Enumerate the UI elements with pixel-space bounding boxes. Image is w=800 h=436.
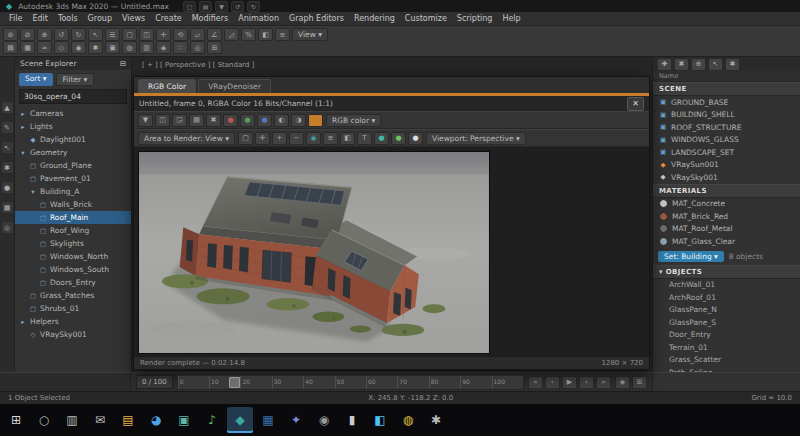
select-object-icon[interactable]: ↖	[88, 28, 103, 41]
object-row[interactable]: Terrain_01	[653, 341, 800, 354]
material-row[interactable]: MAT_Glass_Clear	[653, 235, 800, 248]
mail-icon[interactable]: ✉	[87, 407, 113, 433]
save-image-icon[interactable]: ▼	[138, 114, 153, 127]
material-editor-icon[interactable]: ◉	[71, 41, 86, 54]
search-icon[interactable]: ○	[31, 407, 57, 433]
tree-item[interactable]: ▸ Lights	[15, 120, 131, 133]
zoom-out-icon[interactable]: −	[289, 132, 304, 145]
bind-spacewarp-icon[interactable]: ⊕	[37, 28, 52, 41]
rendered-frame-icon[interactable]: ▣	[105, 41, 120, 54]
time-configuration-icon[interactable]: ⊞	[632, 376, 647, 389]
layer-row[interactable]: ◆ VRaySky001	[653, 171, 800, 184]
array-icon[interactable]: ∷	[173, 41, 188, 54]
print-image-icon[interactable]: ▤	[189, 114, 204, 127]
render-setup-icon[interactable]: ✱	[88, 41, 103, 54]
menu-item[interactable]: Rendering	[349, 14, 400, 23]
viewport-config-icon[interactable]: ⊞	[207, 41, 222, 54]
section-objects[interactable]: ▾ OBJECTS	[653, 265, 800, 279]
area-to-render-dropdown[interactable]: Area to Render: View ▾	[138, 132, 235, 145]
tree-item[interactable]: ▢ Ground_Plane	[15, 159, 131, 172]
menu-item[interactable]: Tools	[53, 14, 83, 23]
material-row[interactable]: MAT_Concrete	[653, 198, 800, 211]
select-rotate-icon[interactable]: ⟲	[173, 28, 188, 41]
tree-item[interactable]: ▢ Skylights	[15, 237, 131, 250]
object-paint-icon[interactable]: ✱	[1, 161, 14, 174]
render-window-tab[interactable]: VRayDenoiser	[198, 79, 271, 93]
tree-item[interactable]: ◇ VRaySky001	[15, 328, 131, 341]
menu-item[interactable]: Edit	[27, 14, 53, 23]
settings-icon[interactable]: ✱	[423, 407, 449, 433]
music-icon[interactable]: ♪	[199, 407, 225, 433]
select-link-icon[interactable]: ⊚	[3, 28, 18, 41]
save-icon[interactable]: ▼	[215, 1, 228, 12]
timeline[interactable]: 0 / 100 0102030405060708090100 «‹▶›» ◈⊞	[131, 373, 652, 391]
object-row[interactable]: GlassPane_N	[653, 304, 800, 317]
tree-item[interactable]: ▢ Grass_Patches	[15, 289, 131, 302]
percent-snap-icon[interactable]: %	[241, 28, 256, 41]
viewport-label[interactable]: [ + ] [ Perspective ] [ Standard ]	[142, 61, 254, 69]
menu-item[interactable]: Animation	[233, 14, 284, 23]
task-view-icon[interactable]: ▥	[59, 407, 85, 433]
clear-image-icon[interactable]: ✖	[206, 114, 221, 127]
chat-app-icon[interactable]: ✦	[283, 407, 309, 433]
next-frame-icon[interactable]: ›	[579, 376, 594, 389]
play-icon[interactable]: ▶	[562, 376, 577, 389]
region-render-icon[interactable]: ▢	[238, 132, 253, 145]
pin-icon[interactable]: ⊟	[120, 59, 126, 68]
tree-item[interactable]: ◆ Daylight001	[15, 133, 131, 146]
layer-manager-icon[interactable]: ▤	[3, 41, 18, 54]
open-file-icon[interactable]: ▤	[199, 1, 212, 12]
isolate-icon[interactable]: ◎	[190, 41, 205, 54]
object-row[interactable]: ArchWall_01	[653, 279, 800, 292]
tree-item[interactable]: ▾ Building_A	[15, 185, 131, 198]
selection-icon[interactable]: ↖	[1, 141, 14, 154]
blue-channel-icon[interactable]: ●	[257, 114, 272, 127]
freeform-icon[interactable]: ✎	[1, 121, 14, 134]
zoom-in-icon[interactable]: +	[272, 132, 287, 145]
tree-item[interactable]: ▸ Helpers	[15, 315, 131, 328]
tree-item[interactable]: ▾ Geometry	[15, 146, 131, 159]
tree-item[interactable]: ▢ Doors_Entry	[15, 276, 131, 289]
material-row[interactable]: MAT_Roof_Metal	[653, 223, 800, 236]
tree-item[interactable]: ▸ Cameras	[15, 107, 131, 120]
layer-row[interactable]: ▣ BUILDING_SHELL	[653, 109, 800, 122]
scene-explorer-icon[interactable]: ▥	[139, 41, 154, 54]
monochrome-icon[interactable]: ◑	[291, 114, 306, 127]
copy-image-icon[interactable]: ◫	[155, 114, 170, 127]
green-channel-icon[interactable]: ●	[240, 114, 255, 127]
redo-icon[interactable]: ↻	[247, 1, 260, 12]
create-layer-icon[interactable]: ✚	[657, 58, 672, 71]
select-move-icon[interactable]: ✛	[156, 28, 171, 41]
viewport-area[interactable]: [ + ] [ Perspective ] [ Standard ] RGB C…	[132, 57, 652, 372]
selection-region-icon[interactable]: ▢	[122, 28, 137, 41]
select-by-name-icon[interactable]: ☰	[105, 28, 120, 41]
viewport-dropdown[interactable]: Viewport: Perspective ▾	[426, 132, 526, 145]
3ds-max-icon[interactable]: ◆	[227, 407, 253, 433]
layer-row[interactable]: ▣ LANDSCAPE_SET	[653, 146, 800, 159]
layer-row[interactable]: ▣ WINDOWS_GLASS	[653, 134, 800, 147]
tree-item[interactable]: ▢ Shrubs_01	[15, 302, 131, 315]
track-mouse-icon[interactable]: ◉	[306, 132, 321, 145]
status-dot-teal-icon[interactable]: ●	[374, 132, 389, 145]
layer-row[interactable]: ▣ ROOF_STRUCTURE	[653, 121, 800, 134]
red-channel-icon[interactable]: ●	[223, 114, 238, 127]
undo-icon[interactable]: ↺	[231, 1, 244, 12]
code-editor-icon[interactable]: ◧	[367, 407, 393, 433]
section-materials[interactable]: MATERIALS	[653, 184, 800, 198]
material-row[interactable]: MAT_Brick_Red	[653, 210, 800, 223]
delete-layer-icon[interactable]: ✖	[674, 58, 689, 71]
layer-row[interactable]: ◆ VRaySun001	[653, 159, 800, 172]
status-dot-white-icon[interactable]: ●	[408, 132, 423, 145]
ribbon-icon[interactable]: ▦	[20, 41, 35, 54]
alpha-channel-icon[interactable]: ◐	[274, 114, 289, 127]
undo-icon[interactable]: ↺	[54, 28, 69, 41]
section-scene[interactable]: SCENE	[653, 82, 800, 96]
browser2-icon[interactable]: ◍	[395, 407, 421, 433]
history-icon[interactable]: ≡	[323, 132, 338, 145]
file-explorer-icon[interactable]: ▤	[115, 407, 141, 433]
menu-item[interactable]: File	[4, 14, 27, 23]
pick-layer-icon[interactable]: ↖	[708, 58, 723, 71]
angle-snap-icon[interactable]: ◿	[224, 28, 239, 41]
modeling-icon[interactable]: ▲	[1, 101, 14, 114]
background-color-swatch[interactable]	[308, 114, 323, 127]
